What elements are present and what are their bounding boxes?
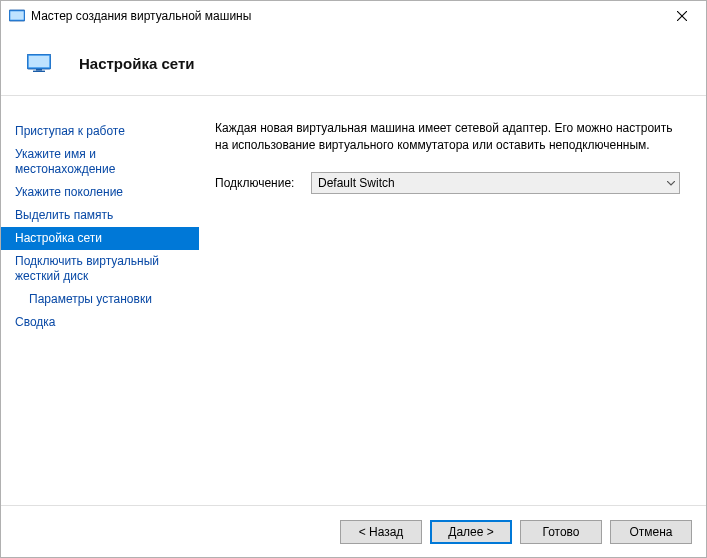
sidebar-step-6[interactable]: Параметры установки	[1, 288, 199, 311]
svg-rect-6	[36, 69, 42, 71]
sidebar-step-0[interactable]: Приступая к работе	[1, 120, 199, 143]
connection-value: Default Switch	[318, 176, 395, 190]
window-title: Мастер создания виртуальной машины	[31, 9, 659, 23]
finish-button[interactable]: Готово	[520, 520, 602, 544]
svg-rect-7	[33, 71, 45, 72]
cancel-button[interactable]: Отмена	[610, 520, 692, 544]
sidebar-step-5[interactable]: Подключить виртуальный жесткий диск	[1, 250, 199, 288]
wizard-window: Мастер создания виртуальной машины Настр…	[0, 0, 707, 558]
sidebar-step-2[interactable]: Укажите поколение	[1, 181, 199, 204]
close-icon	[677, 11, 687, 21]
sidebar-step-4[interactable]: Настройка сети	[1, 227, 199, 250]
next-button[interactable]: Далее >	[430, 520, 512, 544]
sidebar-step-3[interactable]: Выделить память	[1, 204, 199, 227]
wizard-body: Приступая к работеУкажите имя и местонах…	[1, 96, 706, 505]
wizard-content: Каждая новая виртуальная машина имеет се…	[199, 96, 706, 505]
wizard-header: Настройка сети	[1, 31, 706, 96]
app-icon	[9, 8, 25, 24]
monitor-icon	[27, 54, 51, 72]
chevron-down-icon	[667, 177, 675, 188]
svg-rect-1	[10, 11, 23, 19]
sidebar-step-7[interactable]: Сводка	[1, 311, 199, 334]
wizard-steps-sidebar: Приступая к работеУкажите имя и местонах…	[1, 96, 199, 505]
sidebar-step-1[interactable]: Укажите имя и местонахождение	[1, 143, 199, 181]
svg-rect-5	[29, 56, 50, 68]
titlebar: Мастер создания виртуальной машины	[1, 1, 706, 31]
connection-label: Подключение:	[215, 176, 305, 190]
back-button[interactable]: < Назад	[340, 520, 422, 544]
wizard-footer: < Назад Далее > Готово Отмена	[1, 505, 706, 557]
connection-row: Подключение: Default Switch	[215, 172, 680, 194]
content-description: Каждая новая виртуальная машина имеет се…	[215, 120, 680, 154]
close-button[interactable]	[659, 2, 704, 31]
page-title: Настройка сети	[79, 55, 194, 72]
connection-select[interactable]: Default Switch	[311, 172, 680, 194]
